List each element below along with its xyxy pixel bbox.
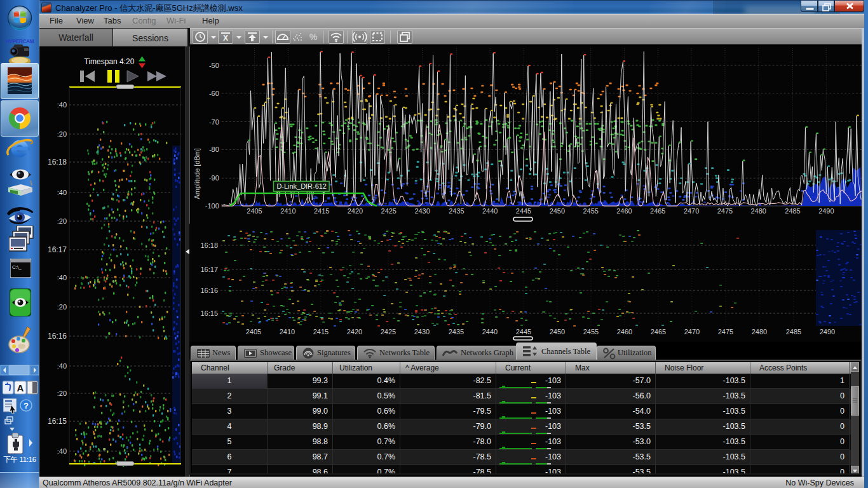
svg-text:-60: -60 [209, 90, 219, 97]
svg-text:16:16: 16:16 [48, 332, 67, 341]
svg-text:-80: -80 [209, 146, 219, 153]
svg-text:2470: 2470 [684, 207, 699, 215]
svg-text:2405: 2405 [246, 328, 261, 336]
svg-text::20: :20 [57, 390, 67, 397]
svg-text::40: :40 [57, 362, 67, 370]
svg-text::40: :40 [57, 447, 67, 455]
svg-text::40: :40 [57, 101, 67, 109]
svg-text:2410: 2410 [280, 328, 295, 336]
svg-text:2410: 2410 [280, 207, 295, 215]
svg-text:2420: 2420 [347, 328, 362, 336]
svg-text:2470: 2470 [684, 328, 700, 336]
svg-text:2475: 2475 [718, 328, 733, 336]
svg-text:2490: 2490 [820, 328, 835, 336]
svg-text:2465: 2465 [651, 328, 666, 336]
svg-text:2485: 2485 [785, 207, 800, 215]
svg-text:16:17: 16:17 [48, 245, 67, 254]
svg-text:C:\_: C:\_ [12, 264, 22, 270]
svg-text:?: ? [24, 401, 29, 410]
svg-text::40: :40 [57, 274, 67, 281]
svg-text:D-Link_DIR-612: D-Link_DIR-612 [276, 182, 327, 190]
svg-text:2460: 2460 [616, 207, 632, 215]
svg-text:%: % [309, 32, 318, 42]
svg-text:2465: 2465 [650, 207, 665, 215]
svg-text:2480: 2480 [751, 207, 766, 215]
svg-text:2480: 2480 [752, 328, 767, 336]
svg-text:2420: 2420 [348, 207, 363, 215]
svg-text:16:17: 16:17 [200, 266, 218, 273]
svg-text:16:16: 16:16 [200, 287, 218, 294]
svg-text:2450: 2450 [550, 207, 565, 215]
svg-text:2430: 2430 [414, 207, 430, 215]
svg-text:2415: 2415 [313, 328, 329, 336]
svg-text:2435: 2435 [449, 207, 464, 215]
svg-text:16:15: 16:15 [200, 309, 218, 317]
svg-text::20: :20 [57, 303, 67, 311]
svg-text::40: :40 [57, 189, 67, 196]
svg-text:-90: -90 [209, 174, 219, 182]
svg-text:2440: 2440 [482, 328, 498, 336]
svg-text::20: :20 [57, 130, 67, 138]
svg-text:2440: 2440 [482, 207, 498, 215]
svg-text:16:18: 16:18 [48, 158, 67, 166]
svg-text:-70: -70 [209, 118, 219, 126]
svg-text:2490: 2490 [818, 207, 834, 215]
svg-text:2450: 2450 [550, 328, 565, 336]
svg-text:A: A [17, 383, 24, 393]
svg-text:2415: 2415 [314, 207, 329, 215]
svg-text:2435: 2435 [449, 328, 464, 336]
svg-text:2430: 2430 [414, 328, 430, 336]
svg-text:2445: 2445 [516, 207, 531, 215]
svg-text:2455: 2455 [583, 328, 599, 336]
svg-text:Amplitude [dBm]: Amplitude [dBm] [193, 148, 201, 199]
svg-text:2425: 2425 [381, 207, 397, 215]
svg-text:2475: 2475 [717, 207, 733, 215]
svg-text:-50: -50 [209, 62, 219, 69]
svg-text:Timespan 4:20: Timespan 4:20 [85, 57, 135, 66]
svg-text:2425: 2425 [381, 328, 396, 336]
svg-text:X: X [223, 34, 228, 43]
svg-text:16:15: 16:15 [48, 417, 67, 426]
svg-text:-100: -100 [205, 202, 219, 210]
svg-text:2460: 2460 [617, 328, 632, 336]
svg-text:16:18: 16:18 [200, 241, 218, 249]
svg-text:2485: 2485 [786, 328, 801, 336]
svg-text::20: :20 [57, 217, 67, 225]
svg-text:2455: 2455 [583, 207, 598, 215]
svg-text:HYPERCAM: HYPERCAM [6, 38, 34, 44]
svg-text:2405: 2405 [247, 207, 262, 215]
svg-text:2445: 2445 [516, 328, 531, 336]
